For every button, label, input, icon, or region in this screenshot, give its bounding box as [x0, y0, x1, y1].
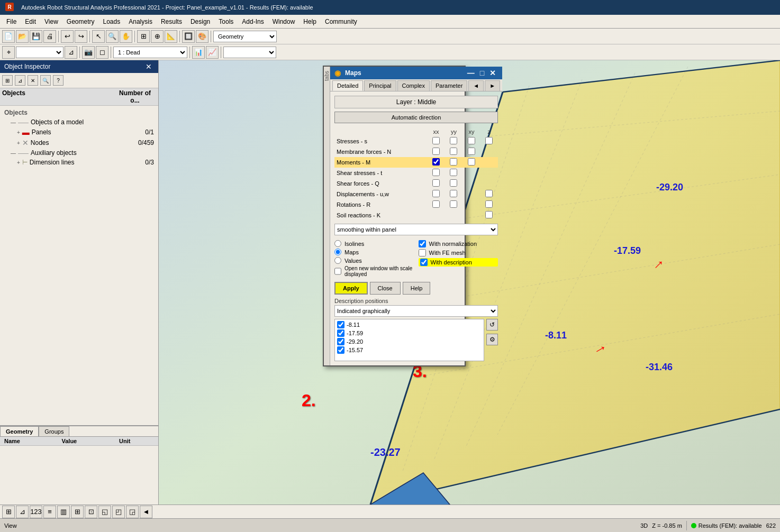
cb-shear-stress-yy[interactable]: [450, 169, 457, 176]
oi-close-btn[interactable]: ✕: [143, 62, 154, 71]
cb-membrane-xx[interactable]: [432, 148, 440, 155]
open-new-window-cb[interactable]: [334, 268, 341, 275]
cb-moments-xx[interactable]: [432, 158, 440, 166]
tb-render[interactable]: 🎨: [196, 30, 208, 43]
bt-btn2[interactable]: ⊿: [16, 506, 29, 518]
layer-combo[interactable]: [16, 47, 64, 58]
menu-geometry[interactable]: Geometry: [62, 17, 99, 26]
menu-window[interactable]: Window: [268, 17, 300, 26]
canvas-area[interactable]: -29.20 -17.59 -15.5... -8.11 -13.99 -31.…: [159, 60, 780, 505]
menu-community[interactable]: Community: [321, 17, 361, 26]
bt-btn5[interactable]: ▥: [57, 506, 70, 518]
tb-measure[interactable]: 📐: [165, 30, 177, 43]
menu-design[interactable]: Design: [186, 17, 214, 26]
tb-open[interactable]: 📂: [16, 30, 29, 43]
cb-displ-yy[interactable]: [450, 190, 457, 197]
bt-btn1[interactable]: ⊞: [2, 506, 15, 518]
isolines-radio[interactable]: [334, 240, 341, 247]
maps-radio[interactable]: [334, 249, 341, 255]
menu-addins[interactable]: Add-Ins: [238, 17, 268, 26]
cb-rot-yy[interactable]: [450, 200, 457, 208]
oi-tool-funnel[interactable]: ⊿: [15, 75, 25, 86]
tb-zoom[interactable]: 🔍: [106, 30, 119, 43]
tb-new[interactable]: 📄: [2, 30, 15, 43]
maps-close[interactable]: ✕: [487, 69, 498, 77]
oi-tool-search[interactable]: 🔍: [40, 75, 51, 86]
load-combo[interactable]: 1 : Dead: [113, 47, 187, 58]
stresses-z[interactable]: [480, 136, 498, 146]
bt-btn9[interactable]: ◰: [112, 506, 125, 518]
cb-membrane-xy[interactable]: [468, 148, 475, 155]
tb-undo[interactable]: ↩: [61, 30, 74, 43]
tb-save[interactable]: 💾: [30, 30, 42, 43]
with-norm-cb[interactable]: [419, 240, 426, 247]
dtab-next[interactable]: ►: [485, 80, 500, 91]
maps-minimize[interactable]: —: [465, 69, 477, 77]
bt-btn8[interactable]: ◱: [98, 506, 111, 518]
bt-btn6[interactable]: ⊞: [71, 506, 84, 518]
dtab-complex[interactable]: Complex: [397, 80, 430, 91]
cb-membrane-yy[interactable]: [450, 148, 457, 155]
cb-stresses-yy[interactable]: [450, 137, 457, 144]
cb-displ-z[interactable]: [485, 190, 493, 197]
stresses-xy[interactable]: [462, 136, 480, 146]
results-combo[interactable]: [223, 47, 276, 58]
tb-camera[interactable]: 📷: [82, 46, 95, 59]
menu-view[interactable]: View: [40, 17, 62, 26]
with-fe-cb[interactable]: [419, 249, 426, 256]
tree-model-group[interactable]: — —— Objects of a model: [2, 117, 156, 127]
cb-stresses-xx[interactable]: [432, 137, 440, 144]
cb-shear-forces-yy[interactable]: [450, 179, 457, 187]
tree-aux-group[interactable]: — —— Auxiliary objects: [2, 148, 156, 158]
vl-settings-btn[interactable]: ⚙: [486, 334, 498, 345]
tb-select[interactable]: ↖: [92, 30, 105, 43]
tb-pan[interactable]: ✋: [120, 30, 132, 43]
oi-tool-help[interactable]: ?: [53, 75, 64, 86]
vl-cb-2[interactable]: [337, 329, 344, 337]
vl-cb-4[interactable]: [337, 346, 344, 354]
bt-btn4[interactable]: ≡: [43, 506, 56, 518]
dtab-detailed[interactable]: Detailed: [332, 80, 363, 91]
tb-results2[interactable]: 📈: [206, 46, 219, 59]
bt-expand[interactable]: ◄: [140, 506, 152, 518]
tb-print[interactable]: 🖨: [43, 30, 56, 43]
cb-shear-stress-xx[interactable]: [432, 169, 440, 176]
tb-results1[interactable]: 📊: [192, 46, 205, 59]
tb-grid[interactable]: ⊞: [137, 30, 150, 43]
vl-cb-1[interactable]: [337, 321, 344, 328]
tree-dimlines[interactable]: + ⊢ Dimension lines 0/3: [2, 158, 156, 167]
tb-snap[interactable]: ⊕: [151, 30, 164, 43]
menu-edit[interactable]: Edit: [21, 17, 40, 26]
cb-stresses-z[interactable]: [485, 137, 493, 144]
menu-analysis[interactable]: Analysis: [124, 17, 157, 26]
cb-stresses-xy[interactable]: [468, 137, 475, 144]
vl-refresh-btn[interactable]: ↺: [486, 319, 498, 331]
desc-positions-combo[interactable]: Indicated graphically Automatic Manual: [334, 305, 498, 317]
bt-btn10[interactable]: ◲: [126, 506, 139, 518]
cb-moments-xy[interactable]: [468, 158, 475, 166]
values-radio[interactable]: [334, 257, 341, 264]
menu-tools[interactable]: Tools: [214, 17, 238, 26]
oi-tool-filter[interactable]: ⊞: [2, 75, 13, 86]
dtab-prev[interactable]: ◄: [468, 80, 484, 91]
dtab-principal[interactable]: Principal: [364, 80, 396, 91]
bottom-scroll[interactable]: [0, 446, 158, 505]
tb-axes[interactable]: ⌖: [2, 46, 15, 59]
cb-shear-forces-xx[interactable]: [432, 179, 440, 187]
menu-file[interactable]: File: [2, 17, 21, 26]
menu-loads[interactable]: Loads: [99, 17, 125, 26]
cb-rot-z[interactable]: [485, 200, 493, 208]
tab-groups[interactable]: Groups: [39, 426, 69, 436]
tb-3d[interactable]: 🔲: [182, 30, 195, 43]
apply-btn[interactable]: Apply: [334, 282, 368, 295]
maps-maximize[interactable]: □: [478, 69, 486, 77]
menu-results[interactable]: Results: [157, 17, 186, 26]
tb-filter[interactable]: ⊿: [65, 46, 77, 59]
help-btn[interactable]: Help: [403, 282, 431, 295]
close-btn[interactable]: Close: [370, 282, 401, 295]
tree-nodes[interactable]: + ✕ Nodes 0/459: [2, 137, 156, 148]
with-desc-cb[interactable]: [420, 259, 428, 266]
bt-btn7[interactable]: ⊡: [85, 506, 97, 518]
auto-direction-btn[interactable]: Automatic direction: [334, 112, 498, 123]
stresses-yy[interactable]: [445, 136, 462, 146]
